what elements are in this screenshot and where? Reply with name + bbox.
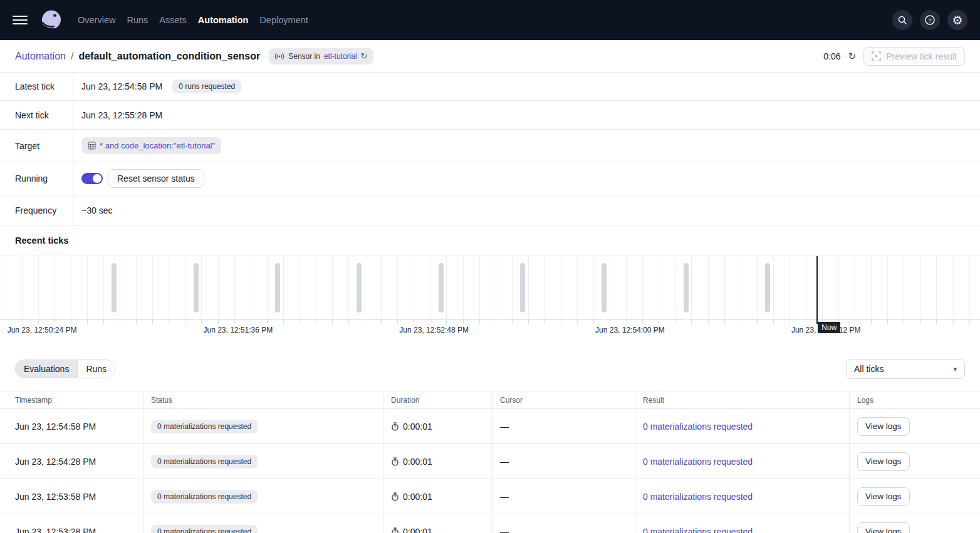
tick-bar-skipped[interactable]: [520, 263, 525, 313]
search-button[interactable]: [892, 10, 912, 30]
status-badge: 0 materializations requested: [151, 420, 258, 433]
timeline-axis-tick: [136, 320, 137, 324]
tick-cursor-cell: —: [492, 409, 635, 443]
view-toggle: Evaluations Runs: [15, 360, 115, 378]
timeline-axis-tick: [708, 320, 709, 324]
tab-runs[interactable]: Runs: [77, 360, 115, 378]
tick-countdown: 0:06: [823, 51, 840, 61]
timeline-axis-tick: [691, 320, 692, 324]
timeline-gridline: [185, 256, 185, 319]
timeline-gridline: [887, 256, 888, 319]
timeline-gridline: [545, 256, 545, 319]
timeline-gridline: [626, 256, 627, 319]
view-logs-button[interactable]: View logs: [857, 487, 910, 506]
tick-result-cell: 0 materializations requested: [635, 514, 849, 533]
timeline-gridline: [348, 256, 349, 319]
tick-duration: 0:00:01: [403, 527, 432, 533]
tick-bar-skipped[interactable]: [765, 263, 770, 313]
ticks-table-body: Jun 23, 12:54:58 PM 0 materializations r…: [0, 409, 980, 533]
view-logs-button[interactable]: View logs: [857, 522, 910, 533]
tick-bar-skipped[interactable]: [357, 263, 362, 313]
tick-bar-skipped[interactable]: [684, 263, 689, 313]
code-location-link[interactable]: etl-tutorial: [324, 52, 357, 61]
preview-tick-result-button[interactable]: Preview tick result: [863, 47, 965, 66]
breadcrumb-automation-link[interactable]: Automation: [15, 51, 66, 62]
tick-filter-select[interactable]: All ticks ▾: [846, 359, 965, 379]
timeline-axis-tick: [446, 320, 447, 324]
sensor-location-badge: Sensor in etl-tutorial ↻: [269, 48, 373, 65]
result-link[interactable]: 0 materializations requested: [643, 422, 753, 432]
timeline-gridline: [381, 256, 382, 319]
tick-result-cell: 0 materializations requested: [635, 479, 849, 514]
settings-button[interactable]: ⚙: [947, 10, 967, 30]
col-logs: Logs: [849, 391, 980, 408]
nav-item-deployment[interactable]: Deployment: [259, 15, 308, 25]
timeline-gridline: [577, 256, 578, 319]
tab-evaluations[interactable]: Evaluations: [16, 360, 77, 378]
nav-icons: ? ⚙: [892, 10, 967, 30]
result-link[interactable]: 0 materializations requested: [643, 492, 753, 502]
nav-item-overview[interactable]: Overview: [78, 15, 115, 25]
timeline-axis-tick: [430, 320, 430, 324]
tick-timestamp-cell: Jun 23, 12:53:58 PM: [0, 479, 143, 514]
table-row: Jun 23, 12:54:58 PM 0 materializations r…: [0, 409, 980, 444]
table-row: Jun 23, 12:54:28 PM 0 materializations r…: [0, 444, 980, 479]
result-link[interactable]: 0 materializations requested: [643, 527, 753, 533]
running-toggle[interactable]: [81, 173, 103, 184]
timeline-axis-tick: [741, 320, 741, 324]
reload-location-icon[interactable]: ↻: [361, 52, 368, 60]
nav-item-automation[interactable]: Automation: [198, 15, 249, 25]
tick-bar-skipped[interactable]: [194, 263, 199, 313]
ticks-toolbar: Evaluations Runs All ticks ▾: [0, 347, 980, 391]
timeline-axis-tick: [251, 320, 251, 324]
view-logs-button[interactable]: View logs: [857, 452, 910, 471]
timeline-axis-tick: [267, 320, 268, 324]
tick-timestamp-cell: Jun 23, 12:54:58 PM: [0, 409, 143, 443]
timeline-gridline: [479, 256, 480, 319]
runs-requested-badge: 0 runs requested: [172, 80, 241, 93]
tick-bar-skipped[interactable]: [112, 263, 117, 313]
timeline-gridline: [936, 256, 937, 319]
timeline-axis-tick: [806, 320, 806, 324]
tick-bar-skipped[interactable]: [602, 263, 607, 313]
dagster-logo[interactable]: [39, 8, 64, 33]
timeline-axis-tick: [218, 320, 219, 324]
timeline-gridline: [414, 256, 414, 319]
timeline-gridline: [806, 256, 806, 319]
reset-sensor-status-button[interactable]: Reset sensor status: [108, 169, 204, 188]
tick-bar-skipped[interactable]: [275, 263, 280, 313]
target-selection-chip[interactable]: * and code_location:"etl-tutorial": [81, 137, 221, 154]
timeline-gridline: [838, 256, 839, 319]
col-status: Status: [143, 391, 383, 408]
timeline-gridline: [71, 256, 71, 319]
timeline-gridline: [528, 256, 529, 319]
timeline-axis-label: Jun 23, 12:50:24 PM: [8, 325, 78, 336]
timeline-axis-label: Jun 23, 12:51:36 PM: [203, 325, 273, 336]
tick-duration-cell: 0:00:01: [383, 409, 492, 443]
stopwatch-icon: [391, 527, 399, 533]
timeline-gridline: [283, 256, 284, 319]
timeline-axis-tick: [71, 320, 71, 324]
timeline-gridline: [871, 256, 872, 319]
search-icon: [897, 15, 907, 25]
primary-nav: OverviewRunsAssetsAutomationDeployment: [78, 15, 308, 25]
page-header: Automation / default_automation_conditio…: [0, 40, 980, 73]
timeline-axis-tick: [920, 320, 920, 324]
timeline-gridline: [724, 256, 725, 319]
nav-item-runs[interactable]: Runs: [127, 15, 148, 25]
timeline-axis-tick: [365, 320, 365, 324]
menu-icon[interactable]: [13, 16, 28, 25]
tick-bar-skipped[interactable]: [439, 263, 444, 313]
refresh-icon[interactable]: ↻: [848, 51, 857, 61]
latest-tick-label: Latest tick: [0, 73, 73, 100]
help-button[interactable]: ?: [920, 10, 940, 30]
timeline-gridline: [87, 256, 88, 319]
timeline-axis-tick: [969, 320, 970, 324]
now-badge: Now: [818, 322, 840, 333]
nav-item-assets[interactable]: Assets: [159, 15, 187, 25]
result-link[interactable]: 0 materializations requested: [643, 457, 753, 467]
view-logs-button[interactable]: View logs: [857, 417, 910, 436]
timeline-axis-tick: [120, 320, 120, 324]
col-duration: Duration: [383, 391, 492, 408]
tick-logs-cell: View logs: [849, 479, 980, 514]
